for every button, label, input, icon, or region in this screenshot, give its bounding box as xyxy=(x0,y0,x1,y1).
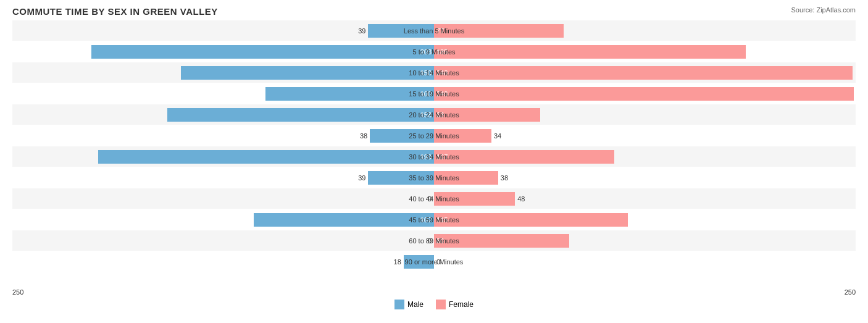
bar-male xyxy=(368,171,434,185)
left-side: 0 xyxy=(12,188,434,209)
bar-female: 77 xyxy=(434,24,564,38)
source-label: Source: ZipAtlas.com xyxy=(791,6,856,14)
right-side: 249 xyxy=(434,83,856,104)
right-side: 63 xyxy=(434,104,856,125)
legend-male-box xyxy=(394,300,404,309)
table-row: 39Less than 5 Minutes77 xyxy=(12,20,856,41)
table-row: 040 to 44 Minutes48 xyxy=(12,188,856,209)
bar-male-value: 150 xyxy=(418,69,434,77)
bar-male xyxy=(368,24,434,38)
table-row: 19930 to 34 Minutes107 xyxy=(12,146,856,167)
table-row: 2035 to 9 Minutes185 xyxy=(12,41,856,62)
right-side: 38 xyxy=(434,167,856,188)
right-side: 0 xyxy=(434,251,856,272)
legend-female-label: Female xyxy=(449,300,474,309)
left-side: 100 xyxy=(12,83,434,104)
legend-female: Female xyxy=(436,300,474,309)
bar-male-value: 18 xyxy=(391,258,404,266)
left-side: 158 xyxy=(12,104,434,125)
bar-male xyxy=(370,129,434,143)
bar-male-value: 107 xyxy=(418,216,434,224)
bar-female: 115 xyxy=(434,213,628,227)
legend-male-label: Male xyxy=(407,300,424,309)
bar-female-value: 48 xyxy=(515,195,527,203)
right-side: 115 xyxy=(434,209,856,230)
table-row: 3935 to 39 Minutes38 xyxy=(12,167,856,188)
bar-female: 80 xyxy=(434,234,569,248)
bar-male: 158 xyxy=(167,108,434,122)
right-side: 34 xyxy=(434,125,856,146)
right-side: 185 xyxy=(434,41,856,62)
bar-female: 249 xyxy=(434,87,854,101)
bar-male-value: 0 xyxy=(425,195,434,203)
right-side: 77 xyxy=(434,20,856,41)
table-row: 10745 to 59 Minutes115 xyxy=(12,209,856,230)
left-side: 150 xyxy=(12,62,434,83)
bar-female: 63 xyxy=(434,108,540,122)
right-side: 248 xyxy=(434,62,856,83)
chart-container: COMMUTE TIME BY SEX IN GREEN VALLEY Sour… xyxy=(0,0,868,323)
bar-female-value: 38 xyxy=(498,174,511,182)
bar-female-value: 77 xyxy=(434,27,446,35)
bar-male-value: 203 xyxy=(418,48,434,56)
axis-left: 250 xyxy=(12,288,434,296)
legend: Male Female xyxy=(12,300,856,309)
axis-right: 250 xyxy=(434,288,856,296)
left-side: 39 xyxy=(12,167,434,188)
axis-left-value: 250 xyxy=(12,288,23,296)
bar-female: 248 xyxy=(434,66,853,80)
bar-female xyxy=(434,129,491,143)
bar-female-value: 107 xyxy=(434,153,450,161)
bar-female: 185 xyxy=(434,45,746,59)
bar-male-value: 39 xyxy=(356,27,368,35)
bar-female-value: 249 xyxy=(434,90,450,98)
bar-female-value: 115 xyxy=(434,216,450,224)
chart-title: COMMUTE TIME BY SEX IN GREEN VALLEY xyxy=(12,6,856,17)
bar-male-value: 0 xyxy=(425,237,434,245)
bar-male-value: 39 xyxy=(356,174,368,182)
axis-right-value: 250 xyxy=(845,288,856,296)
table-row: 10015 to 19 Minutes249 xyxy=(12,83,856,104)
table-row: 3825 to 29 Minutes34 xyxy=(12,125,856,146)
right-side: 107 xyxy=(434,146,856,167)
bar-male xyxy=(404,255,434,269)
table-row: 15820 to 24 Minutes63 xyxy=(12,104,856,125)
bar-male-value: 38 xyxy=(357,132,370,140)
left-side: 199 xyxy=(12,146,434,167)
axis-area: 250 250 xyxy=(12,286,856,296)
bar-male: 100 xyxy=(265,87,434,101)
bar-female-value: 248 xyxy=(434,69,450,77)
legend-male: Male xyxy=(394,300,424,309)
bar-female xyxy=(434,192,515,206)
bar-female-value: 63 xyxy=(434,111,446,119)
legend-female-box xyxy=(436,300,446,309)
bar-male: 199 xyxy=(98,150,434,164)
bar-male: 107 xyxy=(254,213,434,227)
left-side: 39 xyxy=(12,20,434,41)
left-side: 0 xyxy=(12,230,434,251)
bar-male-value: 100 xyxy=(418,90,434,98)
bar-female-value: 185 xyxy=(434,48,450,56)
bar-female: 107 xyxy=(434,150,614,164)
right-side: 48 xyxy=(434,188,856,209)
table-row: 1890 or more Minutes0 xyxy=(12,251,856,272)
bar-female xyxy=(434,171,498,185)
left-side: 38 xyxy=(12,125,434,146)
bar-female-value: 0 xyxy=(434,258,443,266)
table-row: 15010 to 14 Minutes248 xyxy=(12,62,856,83)
table-row: 060 to 89 Minutes80 xyxy=(12,230,856,251)
right-side: 80 xyxy=(434,230,856,251)
bar-male: 150 xyxy=(181,66,434,80)
chart-area: 39Less than 5 Minutes772035 to 9 Minutes… xyxy=(12,20,856,286)
bar-female-value: 34 xyxy=(491,132,504,140)
left-side: 107 xyxy=(12,209,434,230)
bar-female-value: 80 xyxy=(434,237,446,245)
bar-male-value: 199 xyxy=(418,153,434,161)
left-side: 203 xyxy=(12,41,434,62)
bar-male-value: 158 xyxy=(418,111,434,119)
left-side: 18 xyxy=(12,251,434,272)
bar-male: 203 xyxy=(91,45,434,59)
